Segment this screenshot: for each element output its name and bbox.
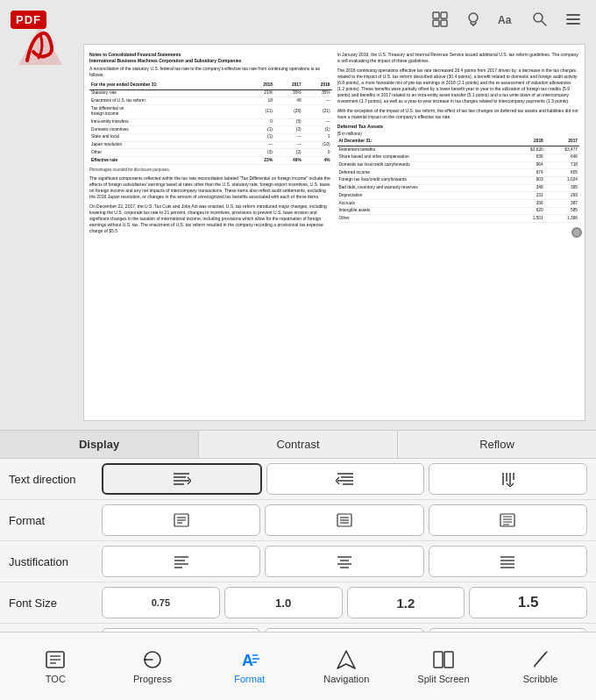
nav-toc-label: TOC xyxy=(46,674,66,684)
nav-format-label: Format xyxy=(234,674,265,684)
text-direction-label: Text direction xyxy=(9,473,96,486)
justification-label: Justification xyxy=(9,555,96,568)
pdf-left-column: Notes to Consolidated Financial Statemen… xyxy=(89,52,332,413)
nav-scribble[interactable]: Scribble xyxy=(510,648,571,684)
svg-line-8 xyxy=(542,21,546,25)
svg-rect-2 xyxy=(433,20,439,26)
svg-rect-3 xyxy=(441,20,447,26)
pdf-para1: The significant components reflected wit… xyxy=(89,175,332,200)
nav-navigation-label: Navigation xyxy=(323,674,369,684)
nav-split-screen-label: Split Screen xyxy=(417,674,469,684)
justify-center-icon xyxy=(336,554,353,569)
tax-rate-table: For the year ended December 31: 2018 201… xyxy=(89,82,332,165)
text-direction-btn-3[interactable] xyxy=(429,463,587,495)
panel-tabs: Display Contrast Reflow xyxy=(0,431,596,459)
nav-navigation[interactable]: Navigation xyxy=(316,648,377,684)
font-size-row: Font Size 0.75 1.0 1.2 1.5 xyxy=(0,582,596,624)
nav-progress[interactable]: Progress xyxy=(122,648,183,684)
nav-progress-label: Progress xyxy=(133,674,172,684)
pdf-right-para3: With the exception of the impact of U.S.… xyxy=(337,108,580,120)
left-align-icon xyxy=(172,471,191,487)
fontsize-btn-12[interactable]: 1.2 xyxy=(347,587,465,618)
font-size-label: Font Size xyxy=(9,596,96,610)
fontsize-btn-075[interactable]: 0.75 xyxy=(102,587,220,618)
bottom-nav: TOC Progress A Format Navigation Split S… xyxy=(0,632,596,700)
pdf-viewer: PDF Aa xyxy=(0,0,596,430)
format-options xyxy=(102,504,587,536)
pdf-icon: PDF xyxy=(7,7,70,70)
justify-full-icon xyxy=(499,554,516,569)
pdf-intro: A reconciliation of the statutory U.S. f… xyxy=(89,66,332,78)
justification-row: Justification xyxy=(0,541,596,582)
tab-reflow[interactable]: Reflow xyxy=(398,431,596,458)
font-size-options: 0.75 1.0 1.2 1.5 xyxy=(102,587,587,618)
justification-options xyxy=(102,546,587,577)
nav-split-screen[interactable]: Split Screen xyxy=(413,648,474,684)
svg-rect-0 xyxy=(433,12,439,18)
pdf-content: Notes to Consolidated Financial Statemen… xyxy=(83,44,585,421)
tab-contrast[interactable]: Contrast xyxy=(199,431,398,458)
bulb-icon[interactable] xyxy=(461,7,486,32)
format-row: Format xyxy=(0,500,596,541)
grid-icon[interactable] xyxy=(428,7,452,32)
nav-format[interactable]: A Format xyxy=(219,648,280,684)
pdf-para2: On December 22, 2017, the U.S. Tax Cuts … xyxy=(89,204,332,234)
text-direction-options xyxy=(102,463,587,495)
pdf-right-para2: The 2018 continuing operations effective… xyxy=(337,68,580,104)
format-btn-2[interactable] xyxy=(265,504,423,536)
format-icon-3 xyxy=(499,512,516,528)
svg-rect-1 xyxy=(441,12,447,18)
svg-marker-60 xyxy=(337,651,355,668)
rtl-align-icon xyxy=(336,471,355,487)
svg-text:A: A xyxy=(242,652,253,669)
pdf-table-note: Percentages rounded for disclosure purpo… xyxy=(89,168,332,173)
format-icon-2 xyxy=(336,512,353,528)
search-icon[interactable] xyxy=(528,7,552,32)
tab-display[interactable]: Display xyxy=(0,431,199,458)
control-panel: Display Contrast Reflow Text direction xyxy=(0,430,596,632)
vertical-text-icon xyxy=(500,471,517,487)
svg-point-4 xyxy=(469,13,478,22)
deferred-tax-subtitle: ($ in millions) xyxy=(337,132,580,138)
progress-icon xyxy=(141,648,164,671)
scribble-icon xyxy=(529,648,552,671)
svg-text:Aa: Aa xyxy=(498,14,512,26)
split-screen-icon xyxy=(432,648,455,671)
nav-toc[interactable]: TOC xyxy=(25,648,86,684)
justify-btn-3[interactable] xyxy=(429,546,587,577)
pdf-header: Notes to Consolidated Financial Statemen… xyxy=(89,52,332,63)
acrobat-logo xyxy=(14,21,67,69)
nav-scribble-label: Scribble xyxy=(523,674,558,684)
text-direction-btn-1[interactable] xyxy=(102,463,262,495)
top-toolbar: Aa xyxy=(428,7,585,32)
justify-left-icon xyxy=(173,554,190,569)
format-btn-1[interactable] xyxy=(102,504,260,536)
format-icon-1 xyxy=(173,512,190,528)
format-btn-3[interactable] xyxy=(429,504,587,536)
scroll-indicator[interactable] xyxy=(571,227,579,238)
format-label: Format xyxy=(9,514,96,527)
svg-rect-61 xyxy=(434,652,443,668)
toc-icon xyxy=(44,648,67,671)
fontsize-btn-10[interactable]: 1.0 xyxy=(224,587,343,618)
format-nav-icon: A xyxy=(238,648,261,671)
menu-icon[interactable] xyxy=(561,7,585,32)
fontsize-btn-15[interactable]: 1.5 xyxy=(469,587,587,618)
text-direction-btn-2[interactable] xyxy=(266,463,425,495)
deferred-tax-title: Deferred Tax Assets xyxy=(337,124,580,131)
text-direction-row: Text direction xyxy=(0,459,596,500)
text-aa-icon[interactable]: Aa xyxy=(494,7,519,32)
deferred-tax-table: At December 31: 2018 2017 Retirement ben… xyxy=(337,138,580,223)
pdf-right-column: In January 2019, the U.S. Treasury and I… xyxy=(337,52,580,413)
pdf-right-para1: In January 2019, the U.S. Treasury and I… xyxy=(337,52,580,64)
justify-btn-1[interactable] xyxy=(102,546,260,577)
justify-btn-2[interactable] xyxy=(265,546,423,577)
navigation-icon xyxy=(335,648,358,671)
svg-rect-62 xyxy=(444,652,453,668)
